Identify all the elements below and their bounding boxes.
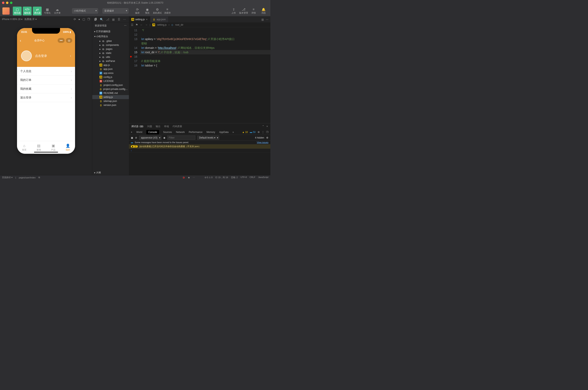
popout-icon[interactable]: ❐ [266, 131, 268, 134]
hotreload-toggle[interactable]: 热重载 开 ▾ [24, 18, 37, 21]
folder-item[interactable]: ▸ 🗀static [92, 51, 129, 55]
more-icon[interactable]: ⋯ [266, 18, 268, 21]
project-section[interactable]: ▾ 小程序前台 [92, 34, 129, 39]
editor-toggle-button[interactable]: </>编辑器 [23, 7, 32, 15]
console-tab[interactable]: Console [146, 130, 159, 134]
more-tabs-icon[interactable]: » [232, 131, 234, 134]
clearcache-button[interactable]: ≡清缓存 [163, 7, 172, 15]
upload-button[interactable]: ⇪上传 [229, 7, 238, 15]
back-icon[interactable]: ← [140, 23, 143, 26]
files-tab-icon[interactable]: 🗐 [94, 18, 97, 21]
list-item[interactable]: 个人信息› [17, 67, 75, 76]
folder-item[interactable]: ▸ 🗀utils [92, 55, 129, 59]
file-item[interactable]: §LICENSE [92, 79, 129, 83]
terminal-tab[interactable]: 终端 [164, 125, 169, 128]
record-icon[interactable]: ● [79, 18, 80, 21]
problems-count[interactable]: ⊘ 0 ⚠ 0 [205, 176, 213, 179]
open-editors-section[interactable]: ▸ 打开的编辑器 [92, 29, 129, 34]
minimize-window-button[interactable] [6, 1, 8, 4]
appdata-tab[interactable]: AppData [219, 131, 228, 134]
breakpoint-icon[interactable] [130, 56, 132, 57]
eye-icon[interactable]: ◉ [188, 176, 190, 179]
device-select[interactable]: iPhone X 85% 16 ▾ [2, 18, 22, 21]
code-editor[interactable]: 1112131415161718 */ let apikey = 's6gTfc… [129, 27, 271, 123]
issues-tab[interactable]: 问题 [147, 125, 152, 128]
file-item[interactable]: JSapp.js [92, 63, 129, 67]
pagepath-label[interactable]: 页面路径 ▾ [2, 176, 13, 179]
eol-setting[interactable]: CRLF [250, 176, 255, 179]
close-icon[interactable]: × [266, 125, 268, 128]
bookmark-icon[interactable]: ⚑ [136, 23, 138, 26]
compile-select[interactable]: 普通编译 [102, 8, 129, 14]
popout-icon[interactable]: ❐ [88, 18, 90, 21]
wxml-tab[interactable]: Wxml [136, 131, 142, 134]
file-item[interactable]: #app.wxss [92, 71, 129, 75]
gear-icon[interactable]: ⚙ [266, 136, 268, 139]
file-item[interactable]: JSsetting.js [92, 95, 129, 99]
db-tab-icon[interactable]: 🗄 [118, 18, 120, 21]
simulator-toggle-button[interactable]: ▢模拟器 [13, 7, 22, 15]
compile-button[interactable]: ⟳编译 [133, 7, 142, 15]
folder-item[interactable]: ▸ 🗀wxParse [92, 59, 129, 63]
file-item[interactable]: {}project.private.config… [92, 87, 129, 91]
indent-setting[interactable]: 空格: 2 [231, 176, 238, 179]
inspect-icon[interactable]: ⌖ [131, 131, 132, 134]
cursor-position[interactable]: 行 15，列 18 [215, 176, 228, 179]
file-item[interactable]: {}app.json [92, 67, 129, 71]
menu-pill-button[interactable]: ••• [58, 38, 65, 43]
more-icon[interactable]: ⋯ [124, 24, 127, 27]
context-select[interactable]: appservice (#3) [139, 136, 161, 140]
close-window-button[interactable] [2, 1, 4, 4]
sidebar-toggle-icon[interactable]: ▣ [131, 136, 133, 139]
folder-item[interactable]: ▸ 🗀components [92, 43, 129, 47]
view-issues-link[interactable]: View issues [257, 141, 268, 144]
more-icon[interactable]: ⋯ [193, 176, 195, 179]
split-editor-icon[interactable]: ▥ [261, 18, 264, 21]
rotate-icon[interactable]: ▢ [83, 18, 85, 21]
details-button[interactable]: ≡详情 [249, 7, 258, 15]
pagepath-value[interactable]: pages/user/index [19, 176, 36, 179]
editor-tab-inactive[interactable]: {} app.json [150, 16, 168, 22]
memory-tab[interactable]: Memory [207, 131, 215, 134]
more-tab-icon[interactable]: ⋯ [123, 18, 126, 21]
version-button[interactable]: ⎇版本管理 [239, 7, 248, 15]
bug-icon[interactable]: 🐞 [182, 176, 185, 179]
kebab-icon[interactable]: ⋮ [262, 131, 264, 134]
file-item[interactable]: {}version.json [92, 103, 129, 107]
back-icon[interactable]: ‹ [20, 38, 21, 43]
output-tab[interactable]: 输出 [156, 125, 161, 128]
breadcrumb-symbol[interactable]: root_dir [175, 23, 183, 26]
git-tab-icon[interactable]: ⎇ [106, 18, 109, 21]
folder-item[interactable]: ▸ 🗀.gitee [92, 39, 129, 43]
preview-button[interactable]: ◉预览 [143, 7, 152, 15]
info-count[interactable]: ▬ 50 [250, 131, 256, 134]
login-band[interactable]: 点击登录 › [17, 45, 75, 67]
close-pill-button[interactable]: ◎ [66, 38, 72, 43]
quality-tab[interactable]: 代码质量 [173, 125, 182, 128]
maximize-window-button[interactable] [10, 1, 12, 4]
levels-select[interactable]: Default levels ▾ [197, 136, 219, 140]
file-item[interactable]: {}sitemap.json [92, 99, 129, 103]
eye-icon[interactable]: ◉ [163, 136, 165, 139]
messages-button[interactable]: 🔔消息 [259, 7, 268, 15]
clouddev-button[interactable]: ☁云开发 [53, 7, 62, 15]
warning-count[interactable]: ▲ 10 [242, 131, 248, 134]
realdebug-button[interactable]: ⚙真机调试 [153, 7, 162, 15]
folder-item[interactable]: ▸ 🗀pages [92, 47, 129, 51]
editor-tab-active[interactable]: JS setting.js × [129, 16, 150, 22]
debugger-tab[interactable]: 调试器 10 [131, 125, 144, 128]
list-icon[interactable]: ☰ [131, 23, 134, 26]
list-item[interactable]: 我的订单› [17, 76, 75, 85]
file-item[interactable]: {}project.config.json [92, 83, 129, 87]
copy-icon[interactable]: ⧉ [39, 176, 40, 179]
chevron-up-icon[interactable]: ⌃ [262, 125, 264, 128]
list-item[interactable]: 我的收藏› [17, 85, 75, 93]
file-item[interactable]: JSconfig.js [92, 75, 129, 79]
sources-tab[interactable]: Sources [163, 131, 172, 134]
expand-badge[interactable]: ▶ 10 [131, 145, 138, 147]
gear-icon[interactable]: ⚙ [258, 131, 260, 134]
mode-select[interactable]: 小程序模式 [72, 8, 98, 14]
list-item[interactable]: 退出登录› [17, 93, 75, 102]
tab-mine[interactable]: 👤我的 [61, 141, 75, 154]
search-tab-icon[interactable]: 🔍 [100, 18, 103, 21]
